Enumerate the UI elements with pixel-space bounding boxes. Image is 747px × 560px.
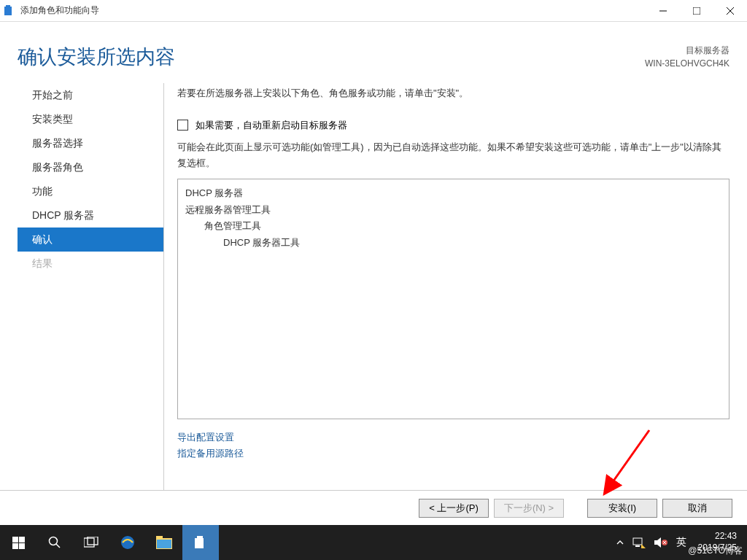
tray-network-icon[interactable] xyxy=(628,525,650,560)
svg-marker-25 xyxy=(654,537,661,548)
task-view-button[interactable] xyxy=(73,525,109,560)
optional-note: 可能会在此页面上显示可选功能(如管理工具)，因为已自动选择这些功能。如果不希望安… xyxy=(177,139,729,171)
main-area: 开始之前 安装类型 服务器选择 服务器角色 功能 DHCP 服务器 确认 结果 … xyxy=(0,83,747,490)
auto-restart-label: 如果需要，自动重新启动目标服务器 xyxy=(196,119,347,132)
install-button[interactable]: 安装(I) xyxy=(587,499,657,518)
nav-install-type[interactable]: 安装类型 xyxy=(18,107,163,131)
detail-panel: 若要在所选服务器上安装以下角色、角色服务或功能，请单击"安装"。 如果需要，自动… xyxy=(163,83,729,490)
svg-rect-0 xyxy=(4,7,12,15)
svg-rect-21 xyxy=(197,536,203,538)
svg-rect-10 xyxy=(12,543,18,549)
feature-item: DHCP 服务器 xyxy=(185,185,721,202)
nav-before-begin[interactable]: 开始之前 xyxy=(18,83,163,107)
previous-button[interactable]: < 上一步(P) xyxy=(419,499,489,518)
svg-rect-23 xyxy=(635,545,640,547)
auto-restart-checkbox[interactable] xyxy=(177,120,188,131)
header-row: 确认安装所选内容 目标服务器 WIN-3ELOHVGCH4K xyxy=(0,22,747,83)
export-config-link[interactable]: 导出配置设置 xyxy=(177,429,729,446)
window-controls xyxy=(646,0,747,21)
search-button[interactable] xyxy=(36,525,73,560)
tray-time: 22:43 xyxy=(698,531,737,542)
explorer-icon[interactable] xyxy=(146,525,182,560)
ie-icon[interactable] xyxy=(109,525,146,560)
nav-features[interactable]: 功能 xyxy=(18,179,163,203)
nav-results: 结果 xyxy=(18,252,163,276)
feature-item: 远程服务器管理工具 xyxy=(185,202,721,219)
svg-point-12 xyxy=(50,537,58,545)
nav-server-selection[interactable]: 服务器选择 xyxy=(18,131,163,155)
auto-restart-row: 如果需要，自动重新启动目标服务器 xyxy=(177,119,729,132)
selected-features-box[interactable]: DHCP 服务器 远程服务器管理工具 角色管理工具 DHCP 服务器工具 xyxy=(177,179,729,419)
feature-item: DHCP 服务器工具 xyxy=(185,235,721,252)
app-icon xyxy=(4,5,16,17)
svg-rect-20 xyxy=(195,538,204,548)
title-bar: 添加角色和功能向导 xyxy=(0,0,747,22)
maximize-button[interactable] xyxy=(680,0,713,21)
alt-source-link[interactable]: 指定备用源路径 xyxy=(177,446,729,462)
svg-rect-8 xyxy=(12,537,18,542)
feature-item: 角色管理工具 xyxy=(185,218,721,235)
svg-line-13 xyxy=(56,544,60,548)
intro-text: 若要在所选服务器上安装以下角色、角色服务或功能，请单击"安装"。 xyxy=(177,86,729,101)
target-label: 目标服务器 xyxy=(645,44,729,57)
nav-server-roles[interactable]: 服务器角色 xyxy=(18,155,163,179)
svg-rect-3 xyxy=(693,7,700,15)
svg-rect-19 xyxy=(157,540,171,548)
close-button[interactable] xyxy=(713,0,747,21)
start-button[interactable] xyxy=(0,525,36,560)
wizard-nav: 开始之前 安装类型 服务器选择 服务器角色 功能 DHCP 服务器 确认 结果 xyxy=(18,83,163,490)
minimize-button[interactable] xyxy=(646,0,680,21)
tray-chevron-up-icon[interactable] xyxy=(612,525,628,560)
nav-confirmation[interactable]: 确认 xyxy=(18,228,163,252)
taskbar: 英 22:43 2019/7/25 @51CTO博客 xyxy=(0,525,747,560)
svg-rect-22 xyxy=(633,538,642,545)
next-button: 下一步(N) > xyxy=(494,499,564,518)
nav-dhcp-server[interactable]: DHCP 服务器 xyxy=(18,203,163,228)
window-title: 添加角色和功能向导 xyxy=(20,4,646,17)
cancel-button[interactable]: 取消 xyxy=(662,499,732,518)
svg-rect-11 xyxy=(19,543,25,549)
target-server-info: 目标服务器 WIN-3ELOHVGCH4K xyxy=(645,44,729,70)
links-area: 导出配置设置 指定备用源路径 xyxy=(177,429,729,462)
wizard-content: 确认安装所选内容 目标服务器 WIN-3ELOHVGCH4K 开始之前 安装类型… xyxy=(0,22,747,525)
svg-rect-9 xyxy=(19,537,25,542)
wizard-button-bar: < 上一步(P) 下一步(N) > 安装(I) 取消 xyxy=(0,490,747,525)
svg-rect-14 xyxy=(84,538,94,547)
watermark: @51CTO博客 xyxy=(688,545,743,557)
server-manager-icon[interactable] xyxy=(182,525,219,560)
target-name: WIN-3ELOHVGCH4K xyxy=(645,57,729,70)
page-title: 确认安装所选内容 xyxy=(18,44,175,70)
svg-rect-18 xyxy=(156,536,163,540)
svg-marker-24 xyxy=(641,544,646,548)
svg-rect-1 xyxy=(6,5,10,7)
tray-volume-icon[interactable] xyxy=(650,525,672,560)
